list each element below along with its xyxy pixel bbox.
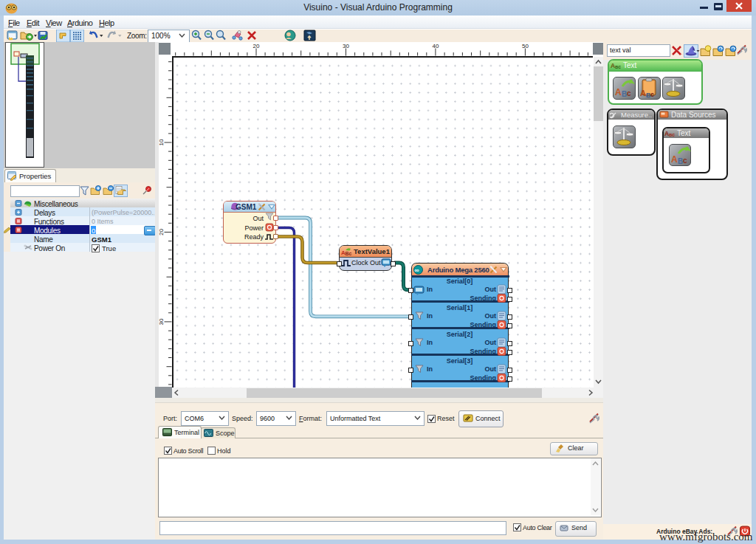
svg-text:c: c: [650, 91, 654, 98]
svg-text:∞: ∞: [414, 266, 419, 274]
svg-text:вс: вс: [615, 64, 621, 69]
svg-text:вс: вс: [669, 132, 675, 137]
svg-text:A: A: [615, 87, 622, 97]
svg-text:A: A: [640, 89, 646, 97]
svg-text:c: c: [627, 89, 631, 97]
svg-text:Bc: Bc: [346, 251, 352, 256]
